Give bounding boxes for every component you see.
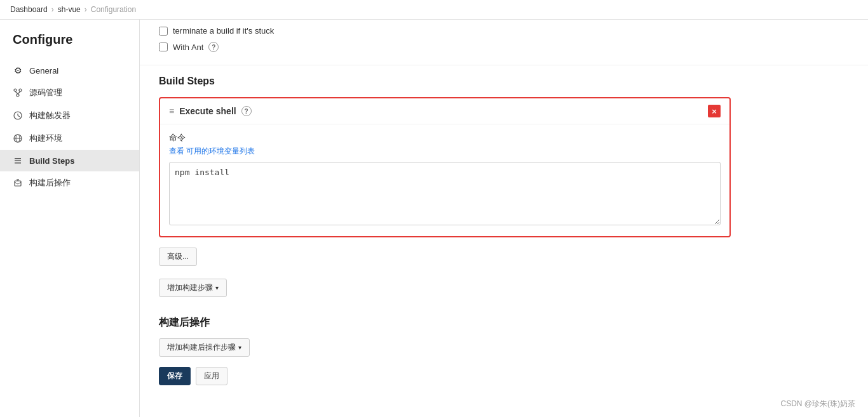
sidebar: Configure ⚙ General 源码管理 [0, 20, 140, 417]
with-ant-help-icon[interactable]: ? [208, 42, 219, 52]
apply-button[interactable]: 应用 [196, 367, 227, 385]
execute-shell-title: Execute shell [179, 106, 236, 116]
command-label: 命令 [169, 132, 721, 143]
sidebar-item-general[interactable]: ⚙ General [0, 60, 139, 81]
build-step-header: ≡ Execute shell ? × [160, 98, 729, 124]
breadcrumb-current: Configuration [91, 5, 136, 14]
svg-line-7 [18, 116, 20, 117]
svg-rect-14 [15, 181, 21, 186]
svg-point-0 [14, 89, 17, 91]
build-steps-heading: Build Steps [159, 76, 731, 87]
svg-line-4 [18, 91, 20, 94]
add-build-step-button[interactable]: 增加构建步骤 ▾ [159, 279, 227, 297]
box-icon [13, 178, 23, 188]
list-icon [13, 156, 23, 166]
add-step-row: 增加构建步骤 ▾ [159, 279, 731, 297]
sidebar-item-environment[interactable]: 构建环境 [0, 127, 139, 150]
bottom-buttons: 保存 应用 [159, 367, 731, 385]
sidebar-item-triggers[interactable]: 构建触发器 [0, 104, 139, 127]
globe-icon [13, 133, 23, 143]
sidebar-label-general: General [29, 66, 58, 76]
clock-icon [13, 110, 23, 121]
breadcrumb-project[interactable]: sh-vue [58, 5, 81, 14]
content-area: terminate a build if it's stuck With Ant… [140, 20, 868, 417]
terminate-checkbox[interactable] [159, 27, 168, 36]
sidebar-label-post-build: 构建后操作 [29, 177, 71, 189]
remove-step-button[interactable]: × [708, 105, 721, 117]
add-step-arrow-icon: ▾ [215, 284, 219, 291]
with-ant-label: With Ant [173, 43, 203, 52]
terminate-row: terminate a build if it's stuck [159, 26, 849, 36]
breadcrumb: Dashboard › sh-vue › Configuration [0, 0, 868, 20]
add-post-build-label: 增加构建后操作步骤 [167, 342, 236, 353]
sidebar-label-triggers: 构建触发器 [29, 110, 71, 121]
top-section: terminate a build if it's stuck With Ant… [140, 20, 868, 65]
add-post-build-row: 增加构建后操作步骤 ▾ [159, 338, 731, 357]
env-variables-link[interactable]: 查看 可用的环境变量列表 [169, 146, 255, 157]
terminate-label: terminate a build if it's stuck [173, 26, 274, 36]
execute-shell-help-icon[interactable]: ? [241, 106, 252, 116]
add-post-arrow-icon: ▾ [238, 344, 241, 351]
with-ant-row: With Ant ? [159, 42, 849, 52]
execute-shell-card: ≡ Execute shell ? × 命令 查看 可用的环境变量列表 [159, 97, 731, 237]
gear-icon: ⚙ [13, 65, 23, 76]
sidebar-label-build-steps: Build Steps [29, 156, 75, 166]
svg-point-1 [19, 89, 22, 91]
breadcrumb-dashboard[interactable]: Dashboard [10, 5, 48, 14]
save-button[interactable]: 保存 [159, 367, 191, 385]
add-post-build-button[interactable]: 增加构建后操作步骤 ▾ [159, 338, 250, 357]
build-step-body: 命令 查看 可用的环境变量列表 [160, 124, 729, 236]
sidebar-item-post-build[interactable]: 构建后操作 [0, 171, 139, 194]
sidebar-item-build-steps[interactable]: Build Steps [0, 150, 139, 171]
advanced-row: 高级... [159, 248, 731, 266]
svg-point-2 [17, 94, 19, 96]
add-build-step-label: 增加构建步骤 [167, 282, 213, 293]
sidebar-title: Configure [0, 32, 139, 60]
post-build-heading: 构建后操作 [159, 316, 731, 329]
svg-line-3 [15, 91, 18, 94]
watermark: CSDN @珍朱(珠)奶茶 [780, 399, 855, 409]
command-textarea[interactable] [169, 162, 721, 225]
drag-handle-icon[interactable]: ≡ [169, 106, 174, 116]
sidebar-label-environment: 构建环境 [29, 133, 62, 144]
content-inner: Build Steps ≡ Execute shell ? × 命令 查看 可用… [140, 65, 750, 404]
advanced-button[interactable]: 高级... [159, 248, 197, 266]
svg-rect-13 [15, 162, 21, 164]
svg-rect-12 [15, 161, 21, 162]
sidebar-label-source: 源码管理 [29, 87, 62, 98]
with-ant-checkbox[interactable] [159, 43, 168, 51]
source-icon [13, 88, 23, 98]
sidebar-item-source[interactable]: 源码管理 [0, 81, 139, 104]
svg-rect-11 [15, 158, 21, 159]
